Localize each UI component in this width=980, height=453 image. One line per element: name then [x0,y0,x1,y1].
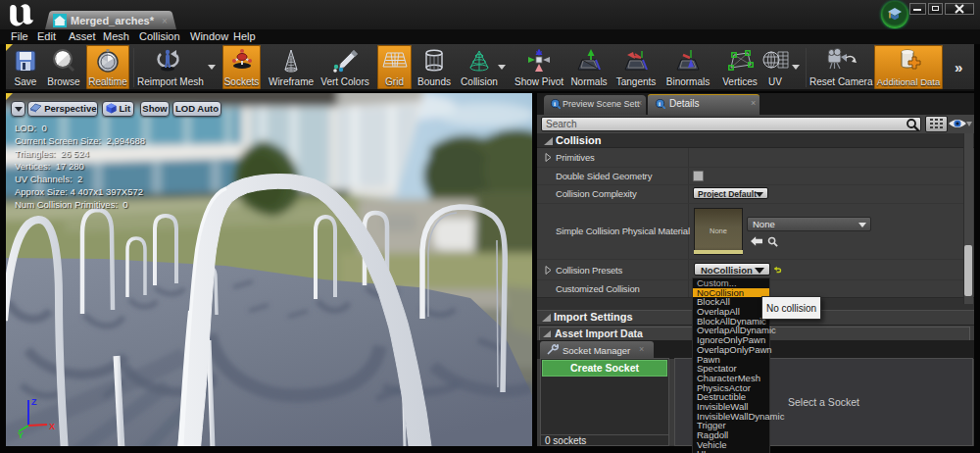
svg-text:Z: Z [31,397,37,407]
svg-text:i: i [659,100,661,107]
svg-text:×: × [162,16,168,26]
svg-text:i: i [554,100,556,107]
svg-text:Y: Y [18,430,24,440]
svg-text:X: X [49,422,55,431]
svg-text:Merged_arches*: Merged_arches* [71,15,155,26]
